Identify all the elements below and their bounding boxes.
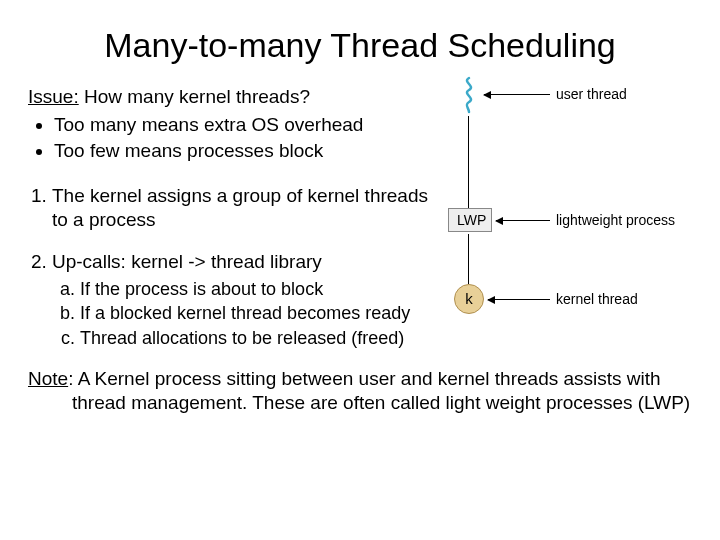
kernel-thread-label: kernel thread: [556, 291, 638, 307]
user-thread-icon: [454, 76, 484, 114]
arrow-line: [496, 220, 550, 221]
issue-bullets: Too many means extra OS overhead Too few…: [28, 113, 428, 163]
arrow-line: [488, 299, 550, 300]
note-paragraph: Note: A Kernel process sitting between u…: [28, 367, 692, 415]
connector-line: [468, 116, 469, 208]
kernel-thread-circle: k: [454, 284, 484, 314]
thread-diagram: user thread LWP lightweight process k ke…: [438, 82, 698, 342]
issue-line: Issue: How many kernel threads?: [28, 85, 428, 109]
numbered-item-text: Up-calls: kernel -> thread library: [52, 251, 322, 272]
numbered-list: The kernel assigns a group of kernel thr…: [28, 184, 428, 349]
issue-text: How many kernel threads?: [79, 86, 310, 107]
lwp-label: lightweight process: [556, 212, 675, 228]
note-label: Note: [28, 368, 68, 389]
user-thread-label: user thread: [556, 86, 627, 102]
numbered-item: Up-calls: kernel -> thread library If th…: [52, 250, 428, 349]
lwp-box: LWP: [448, 208, 492, 232]
sub-list: If the process is about to block If a bl…: [52, 278, 428, 350]
connector-line: [468, 234, 469, 284]
arrow-line: [484, 94, 550, 95]
slide-title: Many-to-many Thread Scheduling: [28, 26, 692, 65]
sub-item: If the process is about to block: [80, 278, 428, 301]
sub-item: If a blocked kernel thread becomes ready: [80, 302, 428, 325]
bullet-item: Too many means extra OS overhead: [54, 113, 428, 137]
issue-label: Issue:: [28, 86, 79, 107]
sub-item: Thread allocations to be released (freed…: [80, 327, 428, 350]
note-text: : A Kernel process sitting between user …: [68, 368, 690, 413]
numbered-item: The kernel assigns a group of kernel thr…: [52, 184, 428, 232]
bullet-item: Too few means processes block: [54, 139, 428, 163]
numbered-item-text: The kernel assigns a group of kernel thr…: [52, 185, 428, 230]
